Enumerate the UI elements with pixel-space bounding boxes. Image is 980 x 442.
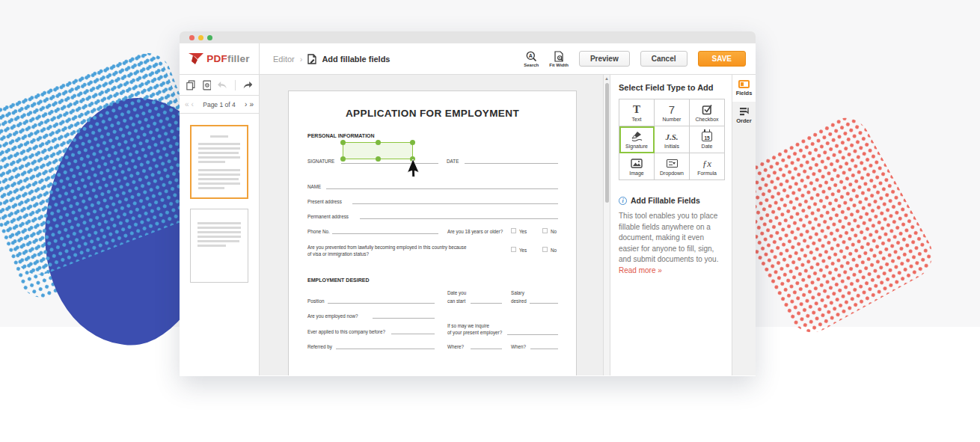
document-page[interactable]: APPLICATION FOR EMPLOYMENT PERSONAL INFO… — [288, 90, 577, 375]
page-background: PDFfiller Editor › Add fillable fields — [0, 0, 980, 442]
scroll-up-icon[interactable]: ▲ — [604, 76, 609, 81]
svg-text:A: A — [529, 52, 533, 58]
field-type-number[interactable]: 7 Number — [655, 99, 690, 126]
scrollbar-thumb[interactable] — [605, 83, 609, 203]
fields-tab-label: Fields — [736, 90, 753, 96]
copy-pages-icon[interactable] — [186, 79, 196, 91]
field-type-label: Initials — [664, 144, 679, 149]
where-line — [471, 349, 502, 349]
label-date: DATE — [447, 159, 459, 164]
initials-field-icon: J.S. — [665, 130, 678, 143]
tab-fields[interactable]: Fields — [732, 75, 756, 102]
search-icon: A — [526, 51, 537, 62]
field-type-label: Image — [629, 171, 643, 176]
field-type-signature[interactable]: Signature — [619, 126, 655, 153]
field-type-label: Number — [663, 117, 682, 122]
label-phone: Phone No. — [307, 229, 330, 234]
field-type-label: Date — [702, 144, 713, 149]
resize-handle[interactable] — [340, 156, 346, 162]
resize-handle[interactable] — [376, 156, 381, 162]
maximize-window-icon[interactable] — [207, 35, 212, 40]
first-page-icon[interactable]: « — [185, 101, 189, 108]
field-type-checkbox[interactable]: Checkbox — [690, 99, 725, 126]
label-permanent-address: Permanent address — [307, 214, 349, 219]
field-type-image[interactable]: Image — [619, 153, 655, 180]
visa-no-checkbox[interactable] — [542, 247, 548, 252]
section-employment-desired: EMPLOYMENT DESIRED — [307, 277, 369, 283]
tab-order[interactable]: Order — [732, 102, 756, 129]
pdffiller-app-window: PDFfiller Editor › Add fillable fields — [180, 31, 756, 376]
section-personal-information: PERSONAL INFORMATION — [307, 133, 375, 138]
desired-line — [530, 303, 558, 304]
pages-sidebar: « ‹ Page 1 of 4 › » — [180, 75, 260, 375]
order-tab-label: Order — [736, 117, 751, 124]
field-type-dropdown[interactable]: Dropdown — [655, 153, 690, 180]
can-start-line — [471, 303, 502, 304]
breadcrumb-separator: › — [300, 55, 303, 64]
label-no: No — [551, 248, 557, 253]
label-date-you: Date you — [447, 290, 466, 295]
info-body: This tool enables you to place fillable … — [619, 211, 723, 276]
cancel-button[interactable]: Cancel — [640, 51, 687, 67]
age-yes-checkbox[interactable] — [511, 228, 516, 233]
pdffiller-logo[interactable]: PDFfiller — [180, 43, 260, 74]
field-type-initials[interactable]: J.S. Initials — [655, 126, 690, 153]
last-page-icon[interactable]: » — [249, 101, 254, 108]
search-button[interactable]: A Search — [524, 51, 539, 67]
name-line — [326, 188, 558, 189]
phone-line — [332, 233, 438, 234]
page-2-thumbnail[interactable] — [190, 209, 248, 283]
field-type-formula[interactable]: ƒx Formula — [690, 153, 725, 180]
page-settings-icon[interactable] — [203, 79, 212, 91]
close-window-icon[interactable] — [189, 35, 195, 40]
label-inquire-line2: of your present employer? — [447, 330, 502, 335]
panel-heading: Select Field Type to Add — [619, 83, 723, 92]
referred-line — [336, 349, 435, 349]
field-type-date[interactable]: 15 Date — [690, 126, 725, 153]
right-rail: Fields Order — [732, 75, 756, 375]
info-section: i Add Fillable Fields This tool enables … — [619, 196, 723, 276]
number-field-icon: 7 — [669, 103, 675, 116]
label-signature: SIGNATURE — [307, 159, 334, 164]
document-edit-icon — [307, 54, 316, 64]
label-visa-question-line1: Are you prevented from lawfully becoming… — [307, 245, 466, 250]
page-1-thumbnail[interactable] — [190, 125, 248, 199]
save-button[interactable]: SAVE — [698, 51, 747, 67]
next-page-icon[interactable]: › — [245, 101, 247, 108]
date-line — [465, 163, 558, 164]
label-desired: desired — [511, 298, 527, 304]
breadcrumb-editor[interactable]: Editor — [273, 55, 295, 64]
formula-field-icon: ƒx — [702, 157, 711, 170]
fit-width-button[interactable]: Fit Width — [549, 51, 569, 67]
when-line — [530, 349, 558, 349]
label-can-start: can start — [447, 298, 465, 304]
read-more-link[interactable]: Read more » — [619, 266, 662, 274]
minimize-window-icon[interactable] — [198, 35, 203, 40]
redo-icon[interactable] — [242, 80, 252, 90]
present-address-line — [352, 203, 558, 204]
page-thumbnails — [180, 114, 259, 283]
label-age-question: Are you 18 years or older? — [447, 229, 503, 234]
info-icon: i — [619, 197, 627, 205]
undo-icon[interactable] — [218, 80, 227, 90]
field-type-label: Dropdown — [660, 171, 684, 176]
canvas-scrollbar[interactable]: ▲ — [603, 75, 610, 375]
window-titlebar — [180, 31, 756, 43]
resize-handle[interactable] — [376, 140, 381, 145]
dropdown-field-icon — [667, 157, 678, 170]
visa-yes-checkbox[interactable] — [511, 247, 516, 252]
order-tab-icon — [739, 107, 750, 116]
resize-handle[interactable] — [340, 140, 346, 145]
field-type-text[interactable]: T Text — [619, 99, 655, 126]
age-no-checkbox[interactable] — [542, 228, 548, 233]
permanent-address-line — [360, 218, 558, 219]
document-canvas: APPLICATION FOR EMPLOYMENT PERSONAL INFO… — [260, 75, 610, 375]
label-present-address: Present address — [307, 199, 342, 204]
label-where: Where? — [447, 344, 464, 349]
field-type-panel: Select Field Type to Add T Text 7 Number — [610, 75, 732, 375]
signature-field-placement[interactable] — [343, 142, 413, 159]
preview-button[interactable]: Preview — [579, 51, 630, 67]
info-body-text: This tool enables you to place fillable … — [619, 212, 718, 263]
resize-handle[interactable] — [410, 140, 415, 145]
breadcrumb-current-page: Add fillable fields — [322, 55, 390, 64]
